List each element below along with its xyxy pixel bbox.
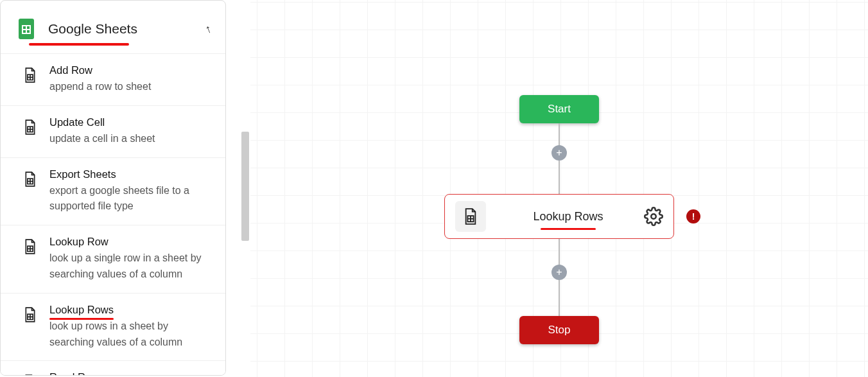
action-title: Lookup Row — [49, 236, 108, 248]
action-title: Lookup Rows — [49, 304, 114, 316]
action-desc: update a cell in a sheet — [49, 131, 213, 147]
highlight-underline — [49, 318, 114, 320]
action-item[interactable]: Lookup Row look up a single row in a she… — [1, 225, 225, 294]
action-text: Export Sheets export a google sheets fil… — [49, 168, 213, 215]
gear-icon[interactable] — [644, 207, 663, 226]
action-text: Lookup Row look up a single row in a she… — [49, 236, 213, 283]
sidebar-header: Google Sheets ↑ — [1, 1, 225, 54]
node-label: Lookup Rows — [492, 210, 644, 224]
action-title: Export Sheets — [49, 168, 116, 180]
highlight-underline — [29, 43, 129, 46]
file-icon — [24, 119, 37, 136]
file-icon — [24, 374, 37, 375]
file-icon — [24, 238, 37, 255]
action-item[interactable]: Lookup Rows look up rows in a sheet by s… — [1, 294, 225, 362]
node-label-text: Lookup Rows — [533, 210, 603, 223]
flow-column: Start + Lookup Rows — [444, 95, 674, 344]
stop-label: Stop — [548, 324, 571, 337]
file-icon — [24, 67, 37, 83]
add-step-button[interactable]: + — [551, 145, 567, 161]
action-desc: look up a single row in a sheet by searc… — [49, 250, 213, 283]
alert-text: ! — [692, 211, 695, 222]
file-icon — [24, 171, 37, 188]
flow-canvas[interactable]: Start + Lookup Rows — [250, 0, 868, 377]
action-item[interactable]: Export Sheets export a google sheets fil… — [1, 158, 225, 226]
scrollbar-thumb[interactable] — [241, 132, 249, 241]
action-desc: look up rows in a sheet by searching val… — [49, 319, 213, 351]
lookup-rows-node[interactable]: Lookup Rows ! — [444, 194, 674, 239]
action-item[interactable]: Read Row — [1, 361, 225, 375]
action-title: Update Cell — [49, 116, 105, 128]
action-list: Add Row append a row to sheet Update Cel… — [1, 54, 225, 375]
sidebar-title: Google Sheets — [48, 21, 205, 37]
action-title: Read Row — [49, 371, 99, 375]
action-desc: append a row to sheet — [49, 79, 213, 95]
action-text: Add Row append a row to sheet — [49, 64, 213, 95]
actions-sidebar: Google Sheets ↑ Add Row append a row to … — [0, 0, 226, 376]
alert-icon[interactable]: ! — [686, 209, 700, 224]
file-icon — [24, 306, 37, 323]
start-node[interactable]: Start — [519, 95, 599, 123]
action-text: Lookup Rows look up rows in a sheet by s… — [49, 304, 213, 351]
google-sheets-icon — [19, 19, 34, 39]
action-text: Read Row — [49, 371, 213, 375]
start-label: Start — [548, 103, 571, 116]
action-item[interactable]: Update Cell update a cell in a sheet — [1, 106, 225, 158]
add-step-button[interactable]: + — [551, 265, 567, 280]
action-title: Add Row — [49, 64, 92, 76]
action-item[interactable]: Add Row append a row to sheet — [1, 54, 225, 106]
stop-node[interactable]: Stop — [519, 316, 599, 344]
highlight-underline — [541, 228, 596, 230]
action-text: Update Cell update a cell in a sheet — [49, 116, 213, 147]
canvas-wrap: Start + Lookup Rows — [241, 0, 868, 377]
node-file-icon — [455, 201, 486, 232]
action-desc: export a google sheets file to a support… — [49, 183, 213, 215]
svg-point-7 — [651, 214, 656, 219]
